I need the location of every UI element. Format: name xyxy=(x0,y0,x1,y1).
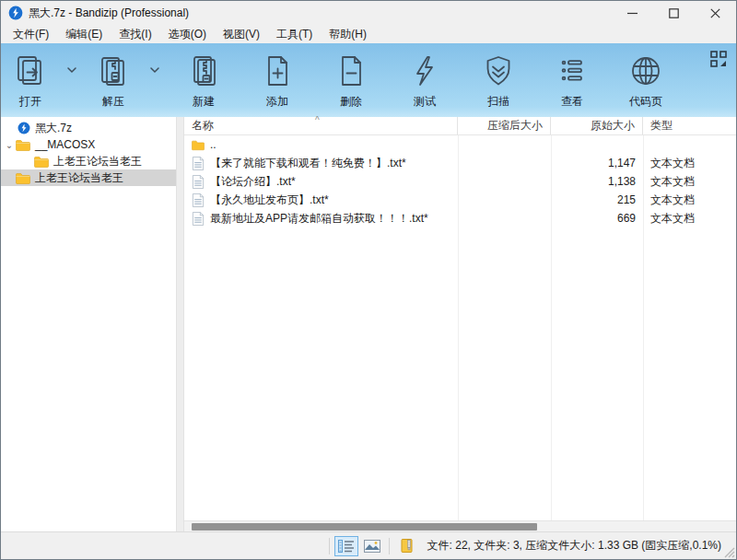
horizontal-scrollbar[interactable] xyxy=(184,520,736,531)
column-header-type[interactable]: 类型 xyxy=(643,117,736,134)
file-row[interactable]: 【来了就能下载和观看！纯免费！】.txt* 1,147 文本文档 xyxy=(184,154,736,172)
file-list: 名称 ^ 压缩后大小 原始大小 类型 .. xyxy=(184,117,736,531)
statusbar-divider xyxy=(389,538,390,554)
menu-edit[interactable]: 编辑(E) xyxy=(57,25,111,44)
archive-folder-icon xyxy=(400,539,414,553)
file-row[interactable]: 【永久地址发布页】.txt* 215 文本文档 xyxy=(184,191,736,209)
tree-label: __MACOSX xyxy=(35,138,95,151)
view-label: 查看 xyxy=(561,94,583,110)
column-headers: 名称 ^ 压缩后大小 原始大小 类型 xyxy=(184,117,736,135)
close-icon xyxy=(710,8,720,18)
scrollbar-thumb[interactable] xyxy=(192,523,537,531)
codepage-button[interactable]: 代码页 xyxy=(609,43,683,115)
codepage-label: 代码页 xyxy=(629,94,662,110)
window-title: 黑大.7z - Bandizip (Professional) xyxy=(29,6,612,21)
text-file-icon xyxy=(192,175,205,189)
file-row[interactable]: 最新地址及APP请发邮箱自动获取！！！.txt* 669 文本文档 xyxy=(184,209,736,228)
pane-splitter[interactable] xyxy=(176,117,184,531)
tree-item-selected-folder[interactable]: 上老王论坛当老王 xyxy=(1,169,176,186)
minimize-button[interactable] xyxy=(612,1,653,25)
details-view-button[interactable] xyxy=(334,536,358,556)
column-header-packed-size[interactable]: 压缩后大小 xyxy=(458,117,551,134)
details-view-icon xyxy=(338,540,355,553)
scan-button[interactable]: 扫描 xyxy=(462,43,535,115)
menu-file[interactable]: 文件(F) xyxy=(5,25,57,44)
scan-label: 扫描 xyxy=(487,94,509,110)
bandizip-window: 黑大.7z - Bandizip (Professional) 文件(F) 编辑… xyxy=(0,0,737,560)
menu-help[interactable]: 帮助(H) xyxy=(321,25,375,44)
new-archive-button[interactable]: 新建 xyxy=(167,43,240,115)
extract-label: 解压 xyxy=(102,94,124,110)
delete-file-icon xyxy=(333,52,369,89)
folder-tree: 黑大.7z ⌄ __MACOSX 上老王论坛当老王 xyxy=(1,117,176,531)
test-button[interactable]: 测试 xyxy=(388,43,462,115)
delete-label: 删除 xyxy=(340,94,362,110)
folder-icon xyxy=(16,172,30,184)
folder-icon xyxy=(34,156,49,168)
tree-label: 黑大.7z xyxy=(35,121,72,136)
menu-find[interactable]: 查找(I) xyxy=(111,25,159,44)
delete-button[interactable]: 删除 xyxy=(314,43,388,115)
main-area: 黑大.7z ⌄ __MACOSX 上老王论坛当老王 xyxy=(1,117,736,531)
new-label: 新建 xyxy=(193,94,215,110)
maximize-button[interactable] xyxy=(653,1,695,25)
column-header-original-size[interactable]: 原始大小 xyxy=(551,117,643,134)
globe-icon xyxy=(627,52,664,89)
file-row[interactable]: 【论坛介绍】.txt* 1,138 文本文档 xyxy=(184,172,736,191)
menu-options[interactable]: 选项(O) xyxy=(160,25,215,44)
toolbar: 打开 解压 新建 xyxy=(1,43,736,117)
add-button[interactable]: 添加 xyxy=(240,43,314,115)
chevron-down-icon xyxy=(150,67,159,74)
sort-ascending-icon: ^ xyxy=(315,115,320,125)
thumbnail-view-button[interactable] xyxy=(360,536,384,556)
extract-dropdown-button[interactable] xyxy=(143,43,167,97)
new-archive-icon xyxy=(185,52,222,89)
chevron-down-icon xyxy=(67,67,76,74)
open-label: 打开 xyxy=(19,94,41,110)
view-button[interactable]: 查看 xyxy=(535,43,609,115)
shield-scan-icon xyxy=(480,52,517,89)
menu-tools[interactable]: 工具(T) xyxy=(268,25,321,44)
add-file-icon xyxy=(259,52,296,89)
test-label: 测试 xyxy=(414,94,436,110)
text-file-icon xyxy=(192,193,205,207)
tree-item-macosx-child[interactable]: 上老王论坛当老王 xyxy=(1,153,176,169)
toolbar-layout-icon[interactable] xyxy=(710,51,727,67)
folder-icon xyxy=(16,139,30,151)
tree-item-archive-root[interactable]: 黑大.7z xyxy=(1,120,176,136)
archive-comment-button[interactable] xyxy=(394,536,418,556)
menu-bar: 文件(F) 编辑(E) 查找(I) 选项(O) 视图(V) 工具(T) 帮助(H… xyxy=(1,25,736,43)
extract-button[interactable]: 解压 xyxy=(84,43,143,115)
open-dropdown-button[interactable] xyxy=(60,43,84,97)
title-bar: 黑大.7z - Bandizip (Professional) xyxy=(1,1,736,25)
add-label: 添加 xyxy=(266,94,288,110)
statusbar-divider xyxy=(329,538,330,554)
lightning-icon xyxy=(406,52,443,89)
bandizip-logo-icon xyxy=(8,6,23,20)
archive-icon xyxy=(18,122,30,134)
maximize-icon xyxy=(669,8,679,18)
tree-label: 上老王论坛当老王 xyxy=(35,170,123,186)
minimize-icon xyxy=(627,8,638,18)
column-header-name[interactable]: 名称 ^ xyxy=(184,117,458,134)
extract-archive-icon xyxy=(95,52,132,89)
folder-icon xyxy=(192,139,205,151)
tree-label: 上老王论坛当老王 xyxy=(53,154,142,169)
text-file-icon xyxy=(192,212,205,226)
open-button[interactable]: 打开 xyxy=(1,43,60,115)
resize-grip[interactable] xyxy=(723,546,735,558)
status-bar: 文件: 22, 文件夹: 3, 压缩文件大小: 1.33 GB (固实压缩,0.… xyxy=(1,531,736,559)
menu-view[interactable]: 视图(V) xyxy=(215,25,268,44)
open-archive-icon xyxy=(12,52,49,89)
tree-expander-icon[interactable]: ⌄ xyxy=(3,140,16,150)
image-view-icon xyxy=(364,540,380,553)
text-file-icon xyxy=(192,157,205,170)
file-rows: .. 【来了就能下载和观看！纯免费！】.txt* xyxy=(184,135,736,520)
tree-item-macosx[interactable]: ⌄ __MACOSX xyxy=(1,136,176,153)
parent-directory-row[interactable]: .. xyxy=(184,135,736,154)
close-button[interactable] xyxy=(695,1,736,25)
list-view-icon xyxy=(554,52,591,89)
archive-summary-text: 文件: 22, 文件夹: 3, 压缩文件大小: 1.33 GB (固实压缩,0.… xyxy=(419,538,736,554)
